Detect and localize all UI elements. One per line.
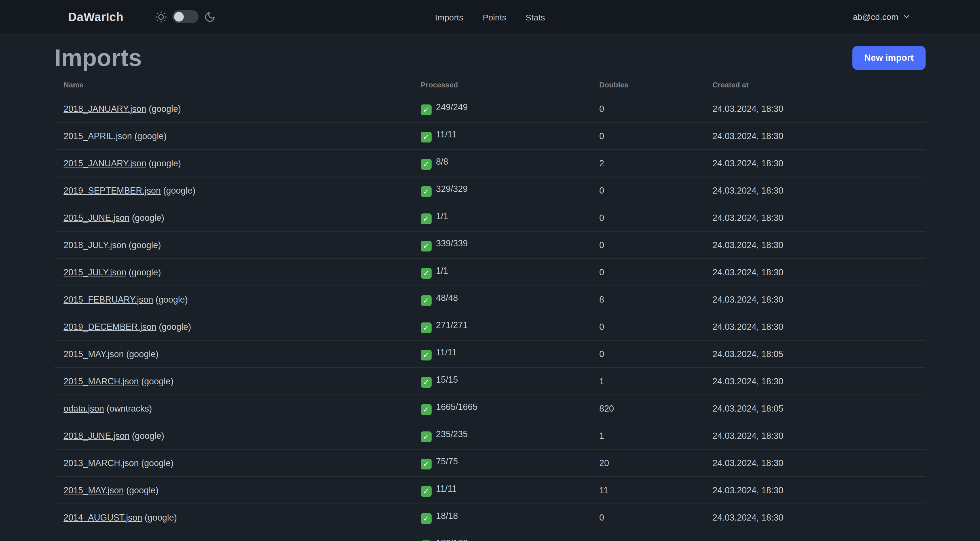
import-source: (google) [156, 322, 191, 332]
success-check-icon: ✓ [421, 404, 431, 415]
success-check-icon: ✓ [421, 159, 431, 170]
doubles-count: 11 [590, 477, 703, 504]
import-source: (google) [138, 377, 173, 386]
created-at: 24.03.2024, 18:30 [703, 150, 926, 177]
imports-table-body: 2018_JANUARY.json (google)✓249/249024.03… [54, 96, 926, 541]
name-cell: 2019_SEPTEMBER.json (google) [54, 177, 412, 204]
success-check-icon: ✓ [421, 432, 431, 442]
nav-link-stats[interactable]: Stats [526, 12, 545, 22]
import-file-link[interactable]: odata.json [64, 404, 104, 413]
import-file-link[interactable]: 2015_MAY.json [64, 485, 124, 495]
column-header-doubles: Doubles [590, 74, 703, 96]
processed-count: 1/1 [436, 266, 448, 276]
import-file-link[interactable]: 2019_DECEMBER.json [64, 322, 156, 332]
name-cell: 2019_DECEMBER.json (google) [54, 313, 412, 341]
processed-count: 249/249 [436, 102, 468, 112]
nav-link-imports[interactable]: Imports [435, 12, 463, 22]
nav-link-points[interactable]: Points [483, 12, 506, 22]
import-file-link[interactable]: 2013_MARCH.json [64, 458, 138, 468]
processed-cell: ✓8/8 [412, 150, 590, 177]
doubles-count: 0 [590, 96, 703, 123]
table-row: 2013_JUNE.json (google)✓178/1785924.03.2… [54, 531, 926, 541]
theme-toggle[interactable] [155, 10, 215, 23]
user-menu[interactable]: ab@cd.com [851, 8, 912, 25]
page-header: Imports New import [54, 44, 926, 72]
import-file-link[interactable]: 2015_JUNE.json [64, 213, 130, 223]
brand-logo[interactable]: DaWarIch [68, 10, 123, 24]
import-source: (google) [130, 540, 164, 541]
processed-count: 178/178 [436, 538, 468, 541]
theme-toggle-switch[interactable] [172, 10, 198, 23]
processed-count: 11/11 [436, 348, 457, 357]
table-row: 2014_AUGUST.json (google)✓18/18024.03.20… [54, 504, 926, 531]
import-file-link[interactable]: 2018_JANUARY.json [64, 104, 146, 113]
import-source: (google) [142, 512, 177, 522]
doubles-count: 1 [590, 422, 703, 450]
page-title: Imports [54, 44, 142, 72]
import-file-link[interactable]: 2015_JULY.json [64, 267, 126, 277]
navbar: DaWarIch Imports Points Stats [0, 0, 980, 34]
import-source: (google) [124, 485, 159, 495]
import-file-link[interactable]: 2019_SEPTEMBER.json [64, 186, 161, 195]
processed-cell: ✓11/11 [412, 477, 590, 504]
processed-cell: ✓1/1 [412, 204, 590, 231]
import-source: (google) [161, 186, 196, 195]
name-cell: 2015_JANUARY.json (google) [54, 150, 412, 177]
import-file-link[interactable]: 2014_AUGUST.json [64, 512, 142, 522]
name-cell: 2015_FEBRUARY.json (google) [54, 286, 412, 313]
created-at: 24.03.2024, 18:30 [703, 450, 926, 477]
processed-cell: ✓329/329 [412, 177, 590, 204]
import-file-link[interactable]: 2015_MAY.json [64, 349, 124, 359]
doubles-count: 0 [590, 341, 703, 368]
success-check-icon: ✓ [421, 514, 431, 524]
table-row: 2015_JUNE.json (google)✓1/1024.03.2024, … [54, 204, 926, 231]
processed-count: 339/339 [436, 239, 468, 248]
processed-count: 271/271 [436, 321, 468, 330]
doubles-count: 1 [590, 368, 703, 395]
processed-count: 15/15 [436, 375, 458, 385]
doubles-count: 0 [590, 204, 703, 231]
created-at: 24.03.2024, 18:30 [703, 313, 926, 341]
navbar-left: DaWarIch [68, 10, 215, 24]
doubles-count: 0 [590, 123, 703, 150]
chevron-down-icon [902, 13, 911, 21]
success-check-icon: ✓ [421, 132, 431, 143]
success-check-icon: ✓ [421, 323, 431, 334]
import-file-link[interactable]: 2015_APRIL.json [64, 131, 132, 141]
import-file-link[interactable]: 2013_JUNE.json [64, 540, 130, 541]
processed-cell: ✓48/48 [412, 286, 590, 313]
import-source: (google) [126, 240, 161, 250]
processed-count: 11/11 [436, 484, 457, 493]
table-row: 2015_MARCH.json (google)✓15/15124.03.202… [54, 368, 926, 395]
doubles-count: 0 [590, 259, 703, 286]
processed-count: 48/48 [436, 293, 458, 303]
doubles-count: 2 [590, 150, 703, 177]
name-cell: 2015_MAY.json (google) [54, 477, 412, 504]
success-check-icon: ✓ [421, 295, 431, 306]
created-at: 24.03.2024, 18:30 [703, 231, 926, 259]
processed-cell: ✓15/15 [412, 368, 590, 395]
processed-cell: ✓1/1 [412, 259, 590, 286]
success-check-icon: ✓ [421, 268, 431, 279]
moon-icon [204, 11, 215, 22]
doubles-count: 820 [590, 395, 703, 422]
doubles-count: 59 [590, 531, 703, 541]
name-cell: odata.json (owntracks) [54, 395, 412, 422]
import-file-link[interactable]: 2018_JUNE.json [64, 431, 130, 440]
import-source: (google) [130, 431, 164, 440]
doubles-count: 0 [590, 504, 703, 531]
processed-count: 75/75 [436, 457, 458, 466]
created-at: 24.03.2024, 18:30 [703, 422, 926, 450]
import-file-link[interactable]: 2015_MARCH.json [64, 377, 138, 386]
new-import-button[interactable]: New import [853, 46, 926, 70]
processed-count: 1/1 [436, 211, 448, 221]
processed-cell: ✓1665/1665 [412, 395, 590, 422]
table-row: 2019_SEPTEMBER.json (google)✓329/329024.… [54, 177, 926, 204]
created-at: 24.03.2024, 18:30 [703, 477, 926, 504]
table-row: 2015_JANUARY.json (google)✓8/8224.03.202… [54, 150, 926, 177]
name-cell: 2013_MARCH.json (google) [54, 450, 412, 477]
import-file-link[interactable]: 2015_FEBRUARY.json [64, 295, 153, 304]
import-file-link[interactable]: 2018_JULY.json [64, 240, 126, 250]
import-file-link[interactable]: 2015_JANUARY.json [64, 158, 146, 168]
import-source: (google) [126, 267, 161, 277]
